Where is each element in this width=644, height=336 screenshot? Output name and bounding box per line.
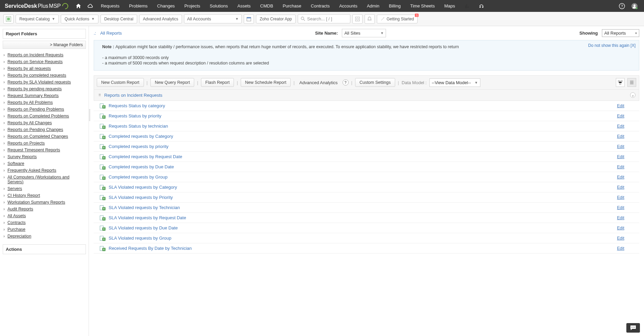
nav-projects[interactable]: Projects [180,0,205,12]
edit-link[interactable]: Edit [617,124,624,129]
nav-accounts[interactable]: Accounts [334,0,362,12]
edit-link[interactable]: Edit [617,246,624,251]
data-model-select[interactable]: --View Data Model--▼ [429,78,480,87]
view-list-toggle[interactable] [627,78,636,87]
report-link[interactable]: SLA Violated requests by Priority [109,195,173,200]
folder-link[interactable]: All Assets [7,213,26,218]
sidebar-folder-item[interactable]: Reports on Pending Changes [3,126,86,133]
report-link[interactable]: Completed requests by Request Date [109,154,182,159]
sidebar-folder-item[interactable]: Reports on Pending Problems [3,106,86,113]
home-icon[interactable] [76,3,81,9]
sidebar-folder-item[interactable]: Purchase [3,226,86,233]
folder-link[interactable]: Reports on Pending Problems [7,107,64,112]
nav-problems[interactable]: Problems [124,0,152,12]
nav-contracts[interactable]: Contracts [306,0,335,12]
desktop-central-btn[interactable]: Desktop Central [100,15,137,23]
manage-folders-btn[interactable]: > Manage Folders [3,41,86,49]
sidebar-folder-item[interactable]: Reports by All Changes [3,119,86,126]
folder-link[interactable]: All Computers (Workstations and Servers) [7,175,69,184]
folder-link[interactable]: Survey Reports [7,154,37,159]
sidebar-folder-item[interactable]: Reports by completed requests [3,72,86,79]
folder-link[interactable]: Frequently Asked Reports [7,168,56,173]
showing-select[interactable]: All Reports▾ [602,29,639,37]
folder-link[interactable]: Reports on Completed Problems [7,114,69,118]
report-link[interactable]: SLA Violated requests by Request Date [109,215,186,220]
folder-link[interactable]: Servers [7,186,22,191]
folder-link[interactable]: Request Timespent Reports [7,148,60,152]
folder-link[interactable]: Reports by pending requests [7,87,62,91]
sidebar-folder-item[interactable]: Reports on Incident Requests [3,52,86,58]
new-query-report-btn[interactable]: New Query Report [150,78,195,87]
new-custom-report-btn[interactable]: New Custom Report [97,78,144,87]
sidebar-collapse-handle[interactable] [89,109,90,122]
view-tree-toggle[interactable] [616,78,625,87]
edit-link[interactable]: Edit [617,175,624,180]
edit-link[interactable]: Edit [617,216,624,220]
getting-started-btn[interactable]: Getting Started [377,15,418,23]
folder-link[interactable]: Reports on Pending Changes [7,127,63,132]
breadcrumb-all-reports[interactable]: All Reports [100,31,122,36]
sidebar-folder-item[interactable]: CI History Report [3,192,86,199]
edit-link[interactable]: Edit [617,236,624,241]
custom-settings-btn[interactable]: Custom Settings [355,78,395,87]
template-icon-btn[interactable] [3,14,14,24]
sidebar-folder-item[interactable]: Reports by All Problems [3,99,86,106]
sidebar-folder-item[interactable]: Reports on Completed Problems [3,113,86,119]
edit-link[interactable]: Edit [617,205,624,210]
nav-requests[interactable]: Requests [96,0,124,12]
folder-link[interactable]: Reports by SLA Violated requests [7,80,71,85]
edit-link[interactable]: Edit [617,134,624,139]
sidebar-folder-item[interactable]: Reports on Projects [3,140,86,147]
report-link[interactable]: Completed requests by Category [109,134,173,139]
edit-link[interactable]: Edit [617,185,624,190]
help-icon-btn[interactable]: ? [343,79,349,86]
sidebar-folder-item[interactable]: Request Summary Reports [3,92,86,99]
report-link[interactable]: SLA Violated requests by Category [109,185,177,190]
sidebar-folder-item[interactable]: Workstation Summary Reports [3,199,86,206]
nav-reports-icon[interactable] [460,0,474,12]
sidebar-folder-item[interactable]: Reports on Completed Changes [3,133,86,140]
nav-maps[interactable]: Maps [440,0,460,12]
sidebar-folder-item[interactable]: Reports on Service Requests [3,58,86,65]
folder-link[interactable]: Reports by completed requests [7,73,66,78]
folder-link[interactable]: Reports on Completed Changes [7,134,68,139]
site-select[interactable]: All Sites▼ [342,29,386,37]
folder-link[interactable]: Reports on Service Requests [7,59,63,64]
sidebar-folder-item[interactable]: Reports by pending requests [3,86,86,92]
calendar-icon-btn[interactable] [244,14,254,24]
folder-link[interactable]: Depreciation [7,234,31,239]
report-link[interactable]: Completed requests by Due Date [109,164,174,169]
folder-link[interactable]: Reports by All Problems [7,100,53,105]
edit-link[interactable]: Edit [617,195,624,200]
sidebar-folder-item[interactable]: Audit Reports [3,206,86,212]
nav-timesheets[interactable]: Time Sheets [405,0,440,12]
collapse-section-icon[interactable]: ⌄ [630,92,636,98]
folder-link[interactable]: Software [7,161,24,166]
flash-report-btn[interactable]: Flash Report [201,78,234,87]
folder-link[interactable]: Reports by All Changes [7,120,52,125]
adv-analytics-link[interactable]: Advanced Analytics [297,79,340,87]
request-catalog-dropdown[interactable]: Request Catalog▼ [16,15,59,23]
nav-headset-icon[interactable] [474,0,489,12]
sidebar-folder-item[interactable]: Survey Reports [3,153,86,160]
sidebar-folder-item[interactable]: Reports by all requests [3,65,86,72]
folder-link[interactable]: Workstation Summary Reports [7,200,65,205]
accounts-dropdown[interactable]: All Accounts▼ [184,14,242,23]
edit-link[interactable]: Edit [617,104,624,108]
folder-link[interactable]: Reports on Incident Requests [7,53,63,57]
report-link[interactable]: SLA Violated requests by Due Date [109,225,178,230]
edit-link[interactable]: Edit [617,114,624,118]
sidebar-folder-item[interactable]: Reports by SLA Violated requests [3,79,86,86]
user-avatar-icon[interactable] [631,3,638,10]
cloud-icon[interactable] [87,3,93,9]
sidebar-folder-item[interactable]: Depreciation [3,233,86,240]
report-link[interactable]: Requests Status by technician [109,124,168,129]
sidebar-folder-item[interactable]: Request Timespent Reports [3,147,86,153]
report-link[interactable]: Completed requests by Group [109,174,167,180]
zoho-creator-btn[interactable]: Zoho Creator App [256,15,296,23]
report-link[interactable]: Received Requests By Date by Technician [109,246,192,251]
section-header[interactable]: ⠿ Reports on Incident Requests ⌄ [94,90,639,101]
quick-actions-dropdown[interactable]: Quick Actions▼ [61,15,98,23]
report-link[interactable]: Requests Status by category [109,103,165,108]
scan-icon-btn[interactable] [352,14,363,24]
